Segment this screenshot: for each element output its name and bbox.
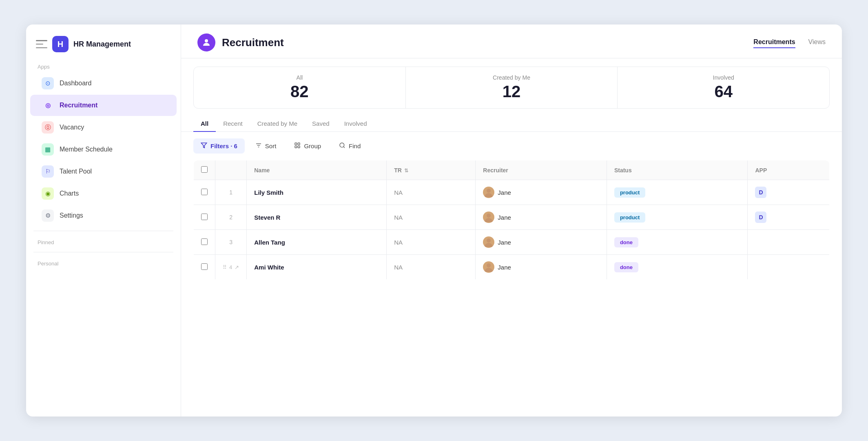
group-button[interactable]: Group — [287, 138, 328, 154]
row-checkbox[interactable] — [201, 263, 208, 270]
tab-all[interactable]: All — [193, 116, 216, 132]
svg-point-0 — [205, 39, 208, 42]
table-row: 3 Allen Tang NA Jane — [194, 230, 830, 255]
avatar — [483, 212, 494, 223]
svg-rect-7 — [295, 146, 297, 148]
avatar — [483, 236, 494, 248]
hamburger-icon[interactable] — [36, 40, 47, 48]
stat-involved[interactable]: Involved 64 — [618, 67, 829, 108]
row-checkbox[interactable] — [201, 238, 208, 245]
td-status: done — [607, 230, 748, 255]
td-recruiter: Jane — [476, 230, 607, 255]
tab-saved[interactable]: Saved — [305, 116, 337, 132]
td-checkbox[interactable] — [194, 180, 215, 205]
logo-badge: H — [52, 36, 69, 52]
top-header: Recruitment Recruitments Views — [181, 24, 842, 58]
data-table: Name TR ⇅ Recruiter Status APP — [193, 160, 830, 280]
drag-handle-icon[interactable]: ⠿ — [223, 264, 227, 270]
sidebar-item-label: Vacancy — [60, 124, 84, 131]
select-all-checkbox[interactable] — [201, 166, 208, 173]
row-actions: ⠿ 4 ↗ — [223, 264, 239, 270]
filter-button[interactable]: Filters · 6 — [193, 138, 245, 154]
sidebar-item-label: Talent Pool — [60, 168, 92, 175]
find-button[interactable]: Find — [332, 138, 368, 154]
stat-created-label: Created by Me — [493, 74, 530, 81]
sidebar-item-member-schedule[interactable]: ▦ Member Schedule — [30, 139, 177, 160]
tab-involved[interactable]: Involved — [337, 116, 374, 132]
sidebar: H HR Management Apps ⊙ Dashboard ◎ Recru… — [26, 24, 181, 416]
candidate-name: Allen Tang — [254, 239, 285, 246]
svg-marker-1 — [201, 143, 206, 148]
td-recruiter: Jane — [476, 205, 607, 230]
svg-rect-8 — [298, 146, 300, 148]
th-name[interactable]: Name — [247, 160, 387, 180]
td-status: product — [607, 180, 748, 205]
tr-value: NA — [394, 239, 403, 246]
tab-created-by-me[interactable]: Created by Me — [250, 116, 305, 132]
svg-point-13 — [487, 238, 491, 243]
row-checkbox[interactable] — [201, 189, 208, 195]
table-row: ⠿ 4 ↗ Ami White NA — [194, 255, 830, 280]
sidebar-item-recruitment[interactable]: ◎ Recruitment — [30, 95, 177, 116]
header-nav-recruitments[interactable]: Recruitments — [753, 37, 795, 48]
vacancy-icon: ⓪ — [42, 121, 54, 134]
status-badge: done — [614, 262, 638, 272]
table-header-row: Name TR ⇅ Recruiter Status APP — [194, 160, 830, 180]
stat-involved-value: 64 — [714, 82, 733, 101]
sidebar-divider-2 — [33, 252, 173, 252]
td-status: product — [607, 205, 748, 230]
recruiter-cell: Jane — [483, 236, 599, 248]
sort-arrows-icon: ⇅ — [404, 168, 408, 174]
recruiter-name: Jane — [498, 214, 511, 221]
td-name: Ami White — [247, 255, 387, 280]
tr-value: NA — [394, 214, 403, 221]
sort-icon — [255, 142, 262, 150]
stat-involved-label: Involved — [713, 74, 734, 81]
sidebar-item-label: Recruitment — [60, 102, 97, 109]
sidebar-divider — [33, 231, 173, 231]
filter-label: Filters · 6 — [210, 143, 237, 149]
td-row-num: 3 — [215, 230, 247, 255]
svg-point-14 — [487, 263, 491, 267]
sidebar-item-talent-pool[interactable]: ⚐ Talent Pool — [30, 161, 177, 182]
sidebar-item-charts[interactable]: ◉ Charts — [30, 183, 177, 204]
status-badge: product — [614, 187, 645, 198]
td-tr: NA — [387, 180, 476, 205]
stat-created-by-me[interactable]: Created by Me 12 — [406, 67, 618, 108]
group-icon — [294, 142, 301, 150]
sidebar-item-label: Member Schedule — [60, 146, 113, 153]
talent-pool-icon: ⚐ — [42, 165, 54, 178]
member-schedule-icon: ▦ — [42, 143, 54, 156]
group-label: Group — [304, 143, 321, 149]
sort-button[interactable]: Sort — [248, 138, 284, 154]
td-row-num: 2 — [215, 205, 247, 230]
sidebar-item-settings[interactable]: ⚙ Settings — [30, 205, 177, 226]
svg-rect-6 — [298, 143, 300, 145]
find-icon — [339, 142, 345, 150]
sidebar-item-label: Settings — [60, 212, 83, 219]
status-badge: product — [614, 212, 645, 223]
sidebar-item-dashboard[interactable]: ⊙ Dashboard — [30, 73, 177, 94]
sort-label: Sort — [265, 143, 277, 149]
section-personal-label: Personal — [26, 256, 181, 269]
stats-bar: All 82 Created by Me 12 Involved 64 — [193, 67, 830, 109]
td-checkbox[interactable] — [194, 230, 215, 255]
row-checkbox[interactable] — [201, 214, 208, 220]
tab-recent[interactable]: Recent — [216, 116, 250, 132]
app-title: HR Management — [73, 40, 131, 49]
sidebar-item-label: Charts — [60, 190, 79, 197]
status-badge: done — [614, 237, 638, 247]
td-name: Lily Smith — [247, 180, 387, 205]
td-checkbox[interactable] — [194, 205, 215, 230]
filter-icon — [201, 142, 207, 150]
td-checkbox[interactable] — [194, 255, 215, 280]
td-recruiter: Jane — [476, 180, 607, 205]
sidebar-item-vacancy[interactable]: ⓪ Vacancy — [30, 117, 177, 138]
expand-icon[interactable]: ↗ — [235, 264, 239, 270]
app-badge: D — [755, 187, 766, 198]
header-nav-views[interactable]: Views — [808, 37, 826, 48]
th-tr[interactable]: TR ⇅ — [387, 160, 476, 180]
recruitment-icon: ◎ — [42, 99, 54, 111]
tr-value: NA — [394, 189, 403, 196]
stat-all[interactable]: All 82 — [194, 67, 406, 108]
